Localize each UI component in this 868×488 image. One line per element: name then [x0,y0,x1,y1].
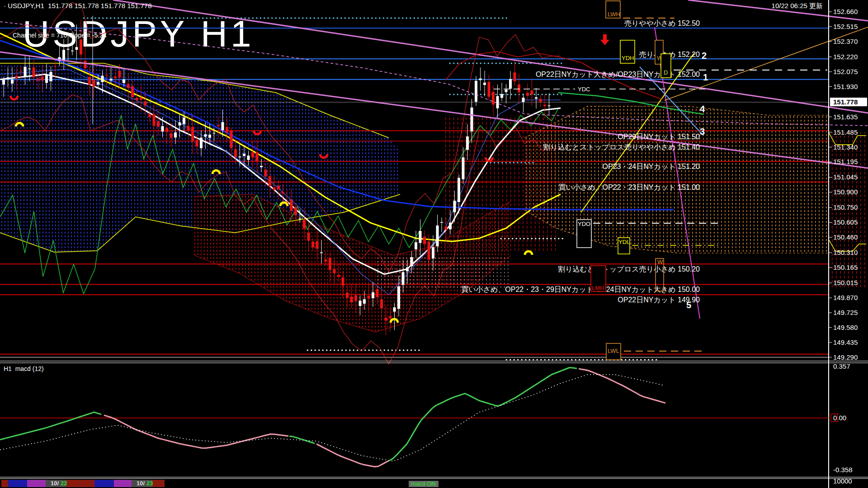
candle-body [11,80,14,84]
price-axis-label: 150.605 [833,218,858,226]
order-annotation: OP23・24日NYカット 151.20 [603,163,700,170]
candle-body [118,71,121,78]
candle-body [45,75,48,83]
label-box-text-YDL: YDL [618,239,630,245]
price-axis-label: 151.195 [833,158,858,165]
candle-body [350,296,353,302]
candle-body [368,296,370,299]
candle-body [290,200,293,211]
candle-body [213,133,216,134]
candle-body [208,135,211,138]
candle-body [342,277,344,286]
candle-body [256,152,259,161]
candle-body [62,50,65,60]
macd-pane-label: H1 macd (12) [4,365,44,372]
price-axis-label: 149.725 [833,309,858,316]
price-axis-label: 150.750 [833,203,858,211]
candle-body [196,140,198,146]
candle-body [161,126,164,131]
candle-body [247,155,250,160]
candle-body [226,127,228,133]
candle-body [496,96,499,108]
label-box-text-YDH: YDH [622,55,634,61]
price-axis-label: 149.870 [833,294,858,301]
label-box-text-D: D [664,69,668,76]
down-arrow-icon [603,34,607,40]
main-chart[interactable]: 売りやや小さめ 152.50売り小さめ 152.20OP22日NYカット大きめ/… [0,0,868,488]
wave-number-1: 1 [703,72,708,82]
candle-body [7,77,9,80]
candle-body [157,121,160,127]
candle-body [140,98,142,100]
candle-body [264,169,267,176]
candle-body [71,51,74,52]
candle-body [127,84,130,88]
candle-body [170,133,173,138]
macd-main-line [316,444,389,467]
candle-body [84,61,87,68]
candle-body [75,47,78,50]
label-box-text-YDO: YDO [578,221,590,227]
candle-body [307,232,310,240]
candle-body [33,67,35,77]
candle-body [222,122,224,130]
candle-body [518,84,520,93]
timeline-segment [8,480,27,487]
candle-body [251,152,254,158]
price-axis-label: 152.075 [833,68,858,75]
macd-main-line [389,367,577,460]
price-axis-label: 152.220 [833,53,858,61]
candle-body [389,316,392,318]
timeline-segment [152,480,165,487]
candle-body [88,77,91,84]
candle-body [436,225,439,246]
price-axis-label: 150.015 [833,279,858,286]
price-axis-label: 151.930 [833,83,858,90]
timeline-segment [94,480,114,487]
candle-body [260,166,263,167]
candle-body [393,307,396,311]
price-axis-label: 149.580 [833,324,858,331]
order-annotation: 買い小さめ、OP22・23・29日NYカット/OP24日NYカット大きめ 150… [461,286,700,293]
candle-body [509,79,512,89]
candle-body [183,117,185,124]
label-box-text-W: W [657,258,663,265]
candle-body [273,188,276,190]
candle-body [535,97,538,99]
candle-body [24,67,27,76]
candle-body [174,132,177,137]
candle-body [54,66,57,67]
order-annotation: 買い小さめ、OP22・23日NYカット 151.00 [558,183,700,191]
candle-body [449,223,452,230]
timeline-date: 10/ [51,480,59,487]
candle-body [522,98,525,102]
candle-body [19,71,22,72]
candle-body [440,222,443,223]
candle-body [303,220,306,229]
channel-info: Channel size = 710 Slope = -5.24 [13,32,107,39]
candle-body [179,122,181,126]
candle-body [239,156,241,157]
price-axis-label: 149.435 [833,338,858,346]
volume-axis-label: 10000 [833,477,852,485]
candle-body [488,82,491,97]
current-price-label: 151.778 [833,98,858,106]
timeline-segment [27,480,46,487]
wave-number-2: 2 [702,51,707,61]
candle-body [28,69,31,70]
candle-body [234,149,237,157]
price-axis-label: 152.515 [833,23,858,30]
price-axis-label: 150.310 [833,249,858,256]
candle-body [376,289,379,297]
candle-body [123,80,125,83]
candle-body [200,138,203,148]
label-box-text-LWL: LWL [608,347,619,354]
candle-body [526,93,529,96]
macd-on-label: macd ON [411,480,436,487]
candle-body [136,98,138,100]
candle-body [539,99,542,103]
candle-body [191,127,194,142]
candle-body [543,105,546,106]
candle-body [80,39,82,54]
candle-body [41,76,44,80]
